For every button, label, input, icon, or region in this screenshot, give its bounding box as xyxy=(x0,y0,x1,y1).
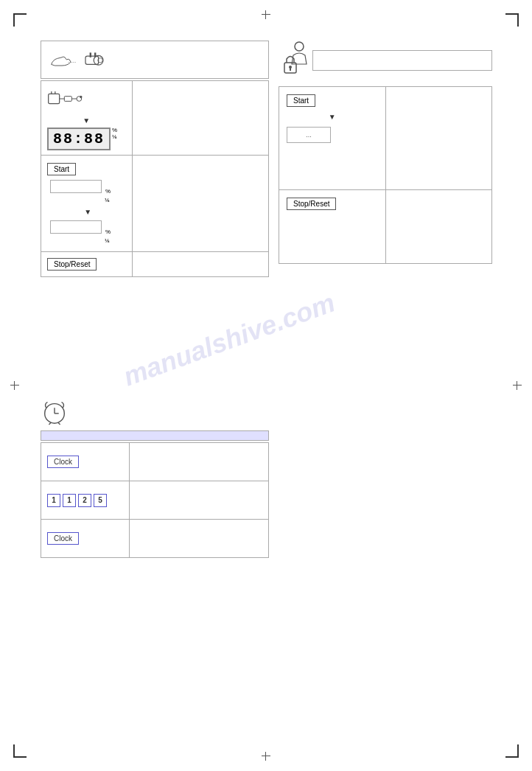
input-box-1 xyxy=(50,180,102,193)
svg-rect-6 xyxy=(49,94,60,103)
right-panel: Start ... Stop/Reset xyxy=(279,41,492,264)
frac-1b: ⅛ xyxy=(105,197,110,203)
svg-rect-10 xyxy=(64,97,71,102)
crosshair-left xyxy=(10,381,19,390)
right-start-button[interactable]: Start xyxy=(287,94,315,107)
clock-table: Clock 1 1 2 5 Clock xyxy=(41,442,269,558)
svg-rect-1 xyxy=(90,52,91,57)
start-button[interactable]: Start xyxy=(47,163,76,175)
clock-cell-1-right xyxy=(130,443,269,481)
right-input-display: ... xyxy=(287,127,331,143)
cell-stop-right xyxy=(132,252,268,277)
plug-box: ..... xyxy=(41,41,269,79)
right-arrow-down xyxy=(287,113,378,121)
crosshair-right xyxy=(513,381,522,390)
clock-header xyxy=(41,398,269,426)
row-start: Start % ⅛ % ⅛ xyxy=(41,156,269,252)
clock-cell-1-left: Clock xyxy=(41,443,130,481)
frac-2b: ⅛ xyxy=(105,237,110,244)
right-cell-bottom-right xyxy=(385,190,492,264)
cell-stop: Stop/Reset xyxy=(41,252,133,277)
clock-cell-3-left: Clock xyxy=(41,520,130,558)
crosshair-top xyxy=(262,10,270,19)
clock-cell-3-right xyxy=(130,520,269,558)
cell-start: Start % ⅛ % ⅛ xyxy=(41,156,133,252)
svg-line-22 xyxy=(58,422,60,425)
cell-power-icon: 88:88 %⅛ xyxy=(41,81,133,156)
plug-icon: ..... xyxy=(50,46,109,73)
right-cell-top-left: Start ... xyxy=(279,87,386,190)
arrow-down-1 xyxy=(47,116,126,125)
svg-line-21 xyxy=(49,422,51,425)
right-row-top: Start ... xyxy=(279,87,492,190)
right-row-bottom: Stop/Reset xyxy=(279,190,492,264)
right-stop-reset-button[interactable]: Stop/Reset xyxy=(287,198,336,210)
svg-point-13 xyxy=(80,96,82,98)
svg-point-14 xyxy=(295,42,304,51)
clock-blue-bar xyxy=(41,430,269,441)
corner-mark-tl xyxy=(13,13,27,27)
cell-start-right xyxy=(132,156,268,252)
clock-cell-2-right xyxy=(130,481,269,520)
person-lock-icon xyxy=(279,41,309,79)
alarm-clock-icon xyxy=(41,398,69,426)
led-display: 88:88 xyxy=(47,128,111,150)
digit-boxes: 1 1 2 5 xyxy=(47,494,123,507)
corner-mark-bl xyxy=(13,744,27,758)
right-main-table: Start ... Stop/Reset xyxy=(279,86,492,264)
input-box-2 xyxy=(50,220,102,234)
frac-2a: % xyxy=(105,228,111,235)
stop-reset-button[interactable]: Stop/Reset xyxy=(47,258,97,271)
frac-label: %⅛ xyxy=(112,128,117,141)
frac-1a: % xyxy=(105,188,111,195)
clock-row-1: Clock xyxy=(41,443,269,481)
clock-row-2: 1 1 2 5 xyxy=(41,481,269,520)
digit-1: 1 xyxy=(47,494,60,507)
left-panel: ..... xyxy=(41,41,269,277)
clock-button-1[interactable]: Clock xyxy=(47,456,79,468)
right-cell-bottom-left: Stop/Reset xyxy=(279,190,386,264)
crosshair-bottom xyxy=(262,752,270,761)
right-input-dots: ... xyxy=(306,131,312,139)
digit-2: 1 xyxy=(63,494,76,507)
row-stop: Stop/Reset xyxy=(41,252,269,277)
arrow-down-2 xyxy=(50,208,126,216)
digit-4: 5 xyxy=(94,494,107,507)
lock-icon-wrap xyxy=(279,41,309,80)
clock-cell-2-left: 1 1 2 5 xyxy=(41,481,130,520)
watermark: manualshive.com xyxy=(119,287,339,393)
row-power: 88:88 %⅛ xyxy=(41,81,269,156)
clock-row-3: Clock xyxy=(41,520,269,558)
clock-section: Clock 1 1 2 5 Clock xyxy=(41,398,269,558)
lock-section xyxy=(279,41,492,80)
corner-mark-tr xyxy=(505,13,519,27)
corner-mark-br xyxy=(505,744,519,758)
right-cell-top-right xyxy=(385,87,492,190)
svg-rect-0 xyxy=(85,56,99,64)
svg-text:.....: ..... xyxy=(68,57,76,64)
clock-button-2[interactable]: Clock xyxy=(47,532,79,545)
instruction-table: 88:88 %⅛ Start % ⅛ % xyxy=(41,80,269,277)
cell-power-right xyxy=(132,81,268,156)
power-plug-icon xyxy=(47,86,84,112)
svg-rect-17 xyxy=(290,67,291,71)
digit-3: 2 xyxy=(78,494,91,507)
lock-text-box xyxy=(312,50,492,71)
